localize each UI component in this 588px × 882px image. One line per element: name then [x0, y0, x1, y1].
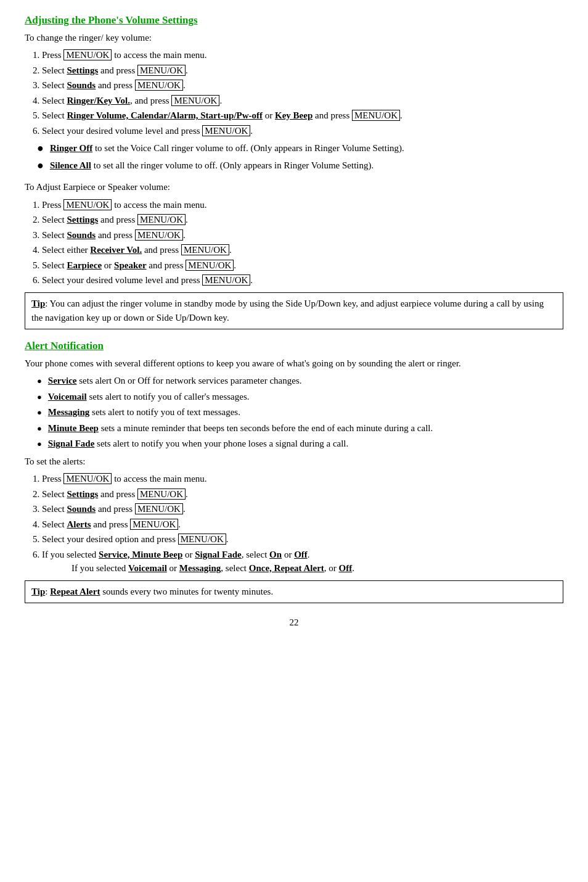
key-menuok: MENU/OK: [202, 125, 250, 136]
bold-ringer-key-vol: Ringer/Key Vol.: [67, 96, 130, 105]
list-item: Minute Beep sets a minute reminder that …: [37, 421, 563, 435]
key-menuok: MENU/OK: [130, 519, 178, 530]
section1-bullets: Ringer Off to set the Voice Call ringer …: [37, 141, 563, 174]
list-item: If you selected Service, Minute Beep or …: [42, 548, 563, 575]
bold-service: Service: [48, 376, 77, 385]
bold-silence-all: Silence All: [50, 160, 91, 170]
key-menuok: MENU/OK: [63, 473, 112, 484]
bold-earpiece: Earpiece: [67, 260, 102, 270]
list-item: Silence All to set all the ringer volume…: [37, 159, 563, 174]
list-item: Select Alerts and press MENU/OK.: [42, 517, 563, 532]
bold-key-beep: Key Beep: [275, 110, 312, 120]
key-menuok: MENU/OK: [63, 199, 112, 210]
key-menuok: MENU/OK: [171, 95, 219, 106]
bold-voicemail2: Voicemail: [128, 563, 167, 573]
key-menuok: MENU/OK: [181, 244, 229, 255]
list-item: Messaging sets alert to notify you of te…: [37, 405, 563, 419]
list-item: Ringer Off to set the Voice Call ringer …: [37, 141, 563, 157]
bold-messaging2: Messaging: [179, 563, 221, 573]
step6-indent: If you selected Voicemail or Messaging, …: [71, 561, 563, 575]
bold-service-minute: Service, Minute Beep: [99, 550, 182, 559]
list-item: Press MENU/OK to access the main menu.: [42, 472, 563, 486]
list-item: Select Sounds and press MENU/OK.: [42, 502, 563, 516]
list-item: Select your desired volume level and pre…: [42, 124, 563, 138]
bold-off2: Off: [339, 563, 353, 573]
bold-signal-fade2: Signal Fade: [195, 550, 241, 559]
list-item: Select Sounds and press MENU/OK.: [42, 78, 563, 93]
list-item: Voicemail sets alert to notify you of ca…: [37, 390, 563, 404]
bold-settings: Settings: [67, 215, 98, 225]
key-menuok: MENU/OK: [178, 534, 226, 545]
key-menuok: MENU/OK: [186, 260, 234, 271]
bold-ringer-volume: Ringer Volume, Calendar/Alarm, Start-up/…: [67, 110, 263, 120]
list-item: Select Earpiece or Speaker and press MEN…: [42, 258, 563, 273]
page-number: 22: [25, 616, 563, 630]
bold-off: Off: [294, 550, 308, 559]
bold-sounds: Sounds: [67, 230, 96, 240]
bold-repeat-alert: Repeat Alert: [50, 587, 100, 596]
tip-label-1: Tip: [31, 299, 45, 308]
section1-intro: To change the ringer/ key volume:: [25, 31, 563, 45]
bold-signal-fade: Signal Fade: [48, 439, 94, 448]
list-item: Service sets alert On or Off for network…: [37, 374, 563, 388]
section2-steps: Press MENU/OK to access the main menu. S…: [42, 472, 563, 575]
section1-steps1: Press MENU/OK to access the main menu. S…: [42, 48, 563, 138]
tip-box-2: Tip: Repeat Alert sounds every two minut…: [25, 580, 563, 603]
tip-box-1: Tip: You can adjust the ringer volume in…: [25, 292, 563, 330]
list-item: Select Settings and press MENU/OK.: [42, 213, 563, 227]
section1-heading: Adjusting the Phone's Volume Settings: [25, 12, 563, 28]
key-menuok: MENU/OK: [137, 214, 186, 225]
bold-settings: Settings: [67, 489, 98, 499]
key-menuok: MENU/OK: [135, 229, 183, 241]
list-item: Signal Fade sets alert to notify you whe…: [37, 437, 563, 451]
list-item: Select Settings and press MENU/OK.: [42, 64, 563, 78]
bold-settings: Settings: [67, 65, 98, 75]
bold-messaging: Messaging: [48, 407, 90, 417]
list-item: Select Ringer Volume, Calendar/Alarm, St…: [42, 109, 563, 123]
section1-intro2: To Adjust Earpiece or Speaker volume:: [25, 180, 563, 194]
section1-steps2: Press MENU/OK to access the main menu. S…: [42, 198, 563, 287]
bold-sounds: Sounds: [67, 504, 96, 514]
bold-minute-beep: Minute Beep: [48, 423, 99, 433]
bold-sounds: Sounds: [67, 80, 96, 90]
section2-intro: Your phone comes with several different …: [25, 357, 563, 371]
bold-alerts: Alerts: [67, 519, 91, 529]
tip-text-2: sounds every two minutes for twenty minu…: [100, 587, 273, 596]
list-item: Select Ringer/Key Vol., and press MENU/O…: [42, 94, 563, 108]
key-menuok: MENU/OK: [137, 488, 186, 500]
key-menuok: MENU/OK: [135, 80, 183, 91]
list-item: Select Sounds and press MENU/OK.: [42, 228, 563, 242]
bold-ringer-off: Ringer Off: [50, 143, 92, 153]
bold-on: On: [269, 550, 282, 559]
list-item: Select either Receiver Vol. and press ME…: [42, 243, 563, 257]
key-menuok: MENU/OK: [135, 503, 183, 514]
tip-colon-2: :: [45, 587, 50, 596]
list-item: Select your desired option and press MEN…: [42, 532, 563, 546]
bold-receiver-vol: Receiver Vol.: [90, 245, 142, 255]
list-item: Press MENU/OK to access the main menu.: [42, 48, 563, 62]
key-menuok: MENU/OK: [202, 274, 250, 286]
key-menuok: MENU/OK: [63, 49, 112, 60]
list-item: Press MENU/OK to access the main menu.: [42, 198, 563, 212]
key-menuok: MENU/OK: [137, 65, 186, 76]
bold-once-repeat: Once, Repeat Alert: [249, 563, 324, 573]
section2-heading: Alert Notification: [25, 338, 563, 354]
key-menuok: MENU/OK: [352, 110, 400, 121]
tip-text-1: : You can adjust the ringer volume in st…: [31, 299, 544, 323]
bold-speaker: Speaker: [114, 260, 147, 270]
section2-intro2: To set the alerts:: [25, 455, 563, 469]
list-item: Select Settings and press MENU/OK.: [42, 487, 563, 501]
section2-bullets: Service sets alert On or Off for network…: [37, 374, 563, 451]
tip-label-2: Tip: [31, 587, 45, 596]
list-item: Select your desired volume level and pre…: [42, 273, 563, 287]
bold-voicemail: Voicemail: [48, 392, 87, 402]
